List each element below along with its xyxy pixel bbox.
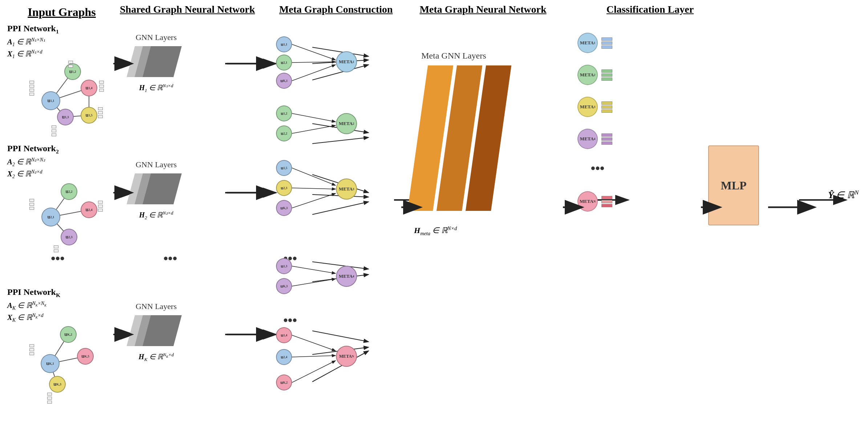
feat-bars-u14 [99, 81, 104, 92]
classify-meta1: META1 [577, 33, 598, 53]
ppi-network-2: PPI Network2 A2 ∈ ℝN₂×N₂ X2 ∈ ℝN₂×d u2,2… [7, 144, 116, 250]
svg-line-46 [292, 356, 336, 357]
meta-node-u21: u2,1 [276, 55, 292, 71]
node-u14: u1,4 [81, 80, 97, 96]
classification-section: Classification Layer META1 META2 [574, 4, 726, 414]
svg-line-42 [292, 193, 336, 208]
meta-gnn-title: Meta Graph Neural Network [407, 4, 559, 15]
meta-circle-META3: META3 [336, 179, 357, 200]
meta-circle-METAN: METAN [336, 346, 357, 367]
meta-node-uK1: uK,1 [276, 73, 292, 89]
mlp-section: MLP [708, 145, 759, 225]
gnn1-output: H1 ∈ ℝN₁×d [139, 83, 173, 93]
svg-line-36 [292, 62, 336, 63]
feat-bars-u15 [98, 107, 103, 118]
ppi1-math: A1 ∈ ℝN₁×N₁ X1 ∈ ℝN₁×d [7, 36, 116, 61]
classify-featN [601, 196, 612, 207]
hmeta-output: Hmeta ∈ ℝN×d [414, 225, 457, 237]
node-uK1: uK,1 [41, 354, 60, 373]
meta-node-u15: u1,5 [276, 160, 292, 176]
input-graphs-section: Input Graphs PPI Network1 A1 ∈ ℝN₁×N₁ X1… [7, 4, 116, 414]
meta-node-u11: u1,1 [276, 36, 292, 52]
ppi1-label: PPI Network1 [7, 24, 116, 35]
meta-node-u14: u1,4 [276, 327, 292, 343]
node-u23: u2,3 [61, 229, 77, 245]
node-u24: u2,4 [81, 201, 97, 218]
classify-row-1: META1 [577, 33, 612, 53]
svg-line-35 [292, 44, 336, 60]
node-uK5: uK,5 [77, 348, 94, 365]
ppiK-math: AK ∈ ℝNK×NK XK ∈ ℝNK×d [7, 300, 116, 324]
classify-dots: ••• [583, 161, 612, 176]
meta-gnn-label: Meta GNN Layers [421, 51, 486, 61]
meta-node-uK3a: uK,3 [276, 200, 292, 216]
svg-line-47 [292, 361, 336, 382]
shared-gnn-section: Shared Graph Neural Network GNN Layers H… [120, 4, 236, 23]
meta-circle-META2: META2 [336, 113, 357, 134]
gnn1-label: GNN Layers [135, 33, 177, 42]
meta-circle-META4: META4 [336, 266, 357, 287]
gnn2-label: GNN Layers [135, 160, 177, 169]
ppi-network-K: PPI NetworkK AK ∈ ℝNK×NK XK ∈ ℝNK×d uK,1… [7, 287, 116, 397]
meta-dots-lower: ••• [283, 313, 297, 328]
shared-gnn-title: Shared Graph Neural Network [120, 4, 236, 15]
classify-feat2 [601, 69, 612, 81]
gnn-block-1: GNN Layers H1 ∈ ℝN₁×d [131, 33, 182, 93]
node-u13: u1,3 [57, 109, 74, 125]
classify-row-N: METAN [577, 191, 612, 212]
meta-node-u13: u1,3 [276, 258, 292, 274]
classify-meta4: META4 [577, 129, 598, 149]
feat-bars-u11 [29, 81, 34, 96]
classify-row-3: META3 [577, 97, 612, 117]
classification-items: META1 META2 META3 [577, 33, 612, 212]
ppi2-label: PPI Network2 [7, 144, 116, 155]
node-uK2: uK,2 [60, 326, 77, 343]
classify-meta2: META2 [577, 65, 598, 85]
classify-feat1 [601, 37, 612, 49]
classify-metaN: METAN [577, 191, 598, 212]
svg-line-40 [292, 168, 336, 185]
classify-meta3: META3 [577, 97, 598, 117]
classify-row-4: META4 [577, 129, 612, 149]
meta-node-u24: u2,4 [276, 349, 292, 365]
svg-line-37 [292, 65, 336, 81]
gnn-dots: ••• [163, 251, 177, 266]
meta-node-u22: u2,2 [276, 125, 292, 141]
ppi-network-1: PPI Network1 A1 ∈ ℝN₁×N₁ X1 ∈ ℝN₁×d u1,2 [7, 24, 116, 130]
node-u15: u1,5 [81, 107, 97, 124]
classify-row-2: META2 [577, 65, 612, 85]
mlp-box: MLP [708, 145, 759, 225]
feat-bars-u12 [68, 61, 73, 68]
node-u21: u2,1 [41, 208, 60, 226]
svg-line-39 [292, 125, 336, 133]
meta-gnn-section: Meta Graph Neural Network Meta GNN Layer… [407, 4, 559, 414]
svg-line-41 [292, 188, 336, 189]
output-label: Ŷ ∈ ℝN [828, 189, 859, 201]
classification-title: Classification Layer [574, 4, 726, 15]
input-graphs-title: Input Graphs [28, 5, 96, 19]
svg-line-38 [292, 113, 336, 122]
meta-node-u23: u2,3 [276, 180, 292, 196]
classify-feat4 [601, 133, 612, 145]
svg-line-45 [292, 335, 336, 351]
node-u22: u2,2 [61, 183, 77, 200]
main-diagram: Input Graphs PPI Network1 A1 ∈ ℝN₁×N₁ X1… [0, 0, 868, 421]
gnnK-label: GNN Layers [135, 302, 177, 311]
gnn2-output: H2 ∈ ℝN₂×d [139, 210, 173, 221]
meta-graph-construction-section: Meta Graph Construction u1,1 u2,1 uK,1 M… [272, 4, 399, 414]
ppiK-label: PPI NetworkK [7, 287, 116, 298]
node-u11: u1,1 [41, 91, 60, 110]
dots-1: ••• [51, 251, 65, 266]
meta-circle-META1: META1 [336, 51, 357, 72]
feat-bars-u13 [52, 125, 56, 136]
gnn-block-2: GNN Layers H2 ∈ ℝN₂×d [131, 160, 182, 221]
meta-node-uK3b: uK,3 [276, 278, 292, 294]
ppi2-math: A2 ∈ ℝN₂×N₂ X2 ∈ ℝN₂×d [7, 156, 116, 181]
gnn-block-K: GNN Layers HK ∈ ℝNK×d [131, 302, 182, 362]
node-uK3: uK,3 [49, 376, 66, 393]
meta-node-u12: u1,2 [276, 105, 292, 121]
meta-construct-title: Meta Graph Construction [272, 4, 399, 15]
meta-node-uK2: uK,2 [276, 374, 292, 390]
gnnK-output: HK ∈ ℝNK×d [139, 352, 174, 362]
svg-line-43 [292, 266, 336, 273]
